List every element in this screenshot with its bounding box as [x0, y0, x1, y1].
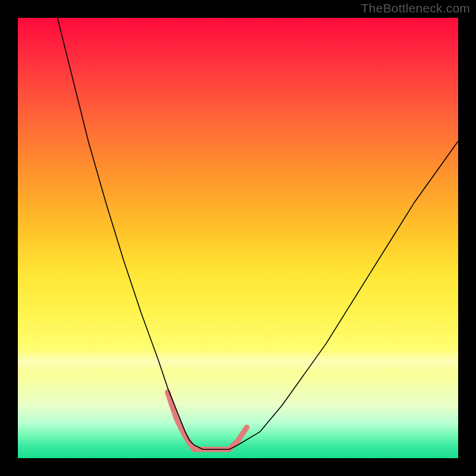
plot-area [18, 18, 458, 458]
chart-svg [18, 18, 458, 458]
watermark-text: TheBottleneck.com [361, 1, 470, 15]
main-curve-path [58, 18, 458, 449]
series-group [58, 18, 458, 449]
chart-frame: TheBottleneck.com [0, 0, 476, 476]
bottom-highlight-path [168, 392, 247, 449]
